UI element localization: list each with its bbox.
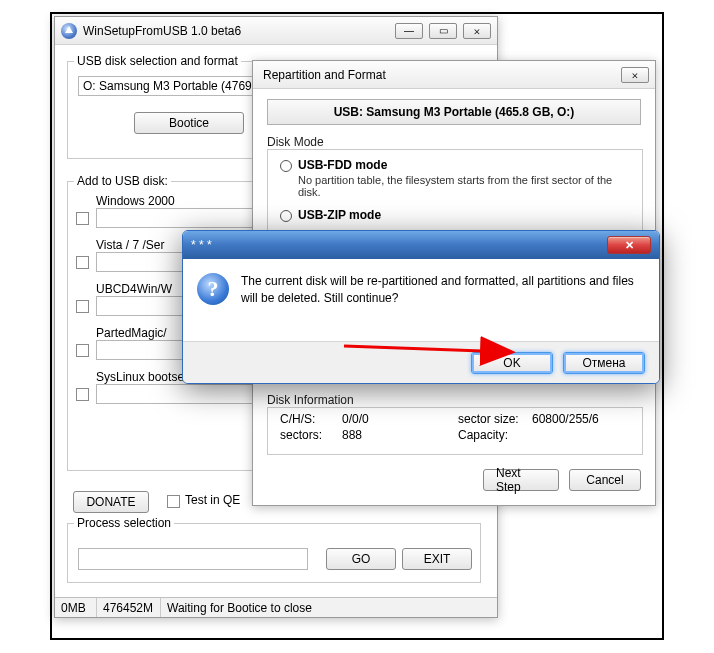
radio-usb-fdd[interactable] [280, 160, 292, 172]
modal-close-button[interactable]: ✕ [607, 236, 651, 254]
checkbox-item-1[interactable] [76, 256, 89, 269]
repart-cancel-button[interactable]: Cancel [569, 469, 641, 491]
path-item-4[interactable] [96, 384, 256, 404]
confirm-dialog: * * * ✕ ? The current disk will be re-pa… [182, 230, 660, 384]
capacity-label: Capacity: [458, 428, 508, 442]
disk-info-group: C/H/S: 0/0/0 sectors: 888 sector size: 6… [267, 407, 643, 455]
checkbox-item-2[interactable] [76, 300, 89, 313]
minimize-button[interactable]: — [395, 23, 423, 39]
close-button[interactable]: ⨉ [463, 23, 491, 39]
status-cell-3: Waiting for Bootice to close [161, 598, 497, 617]
test-checkbox[interactable] [167, 495, 180, 508]
process-label: Process selection [74, 516, 174, 530]
process-progress [78, 548, 308, 570]
add-label: Add to USB disk: [74, 174, 171, 188]
usb-select-dropdown[interactable]: O: Samsung M3 Portable (476930 [78, 76, 268, 96]
status-cell-2: 476452M [97, 598, 161, 617]
list-item: UBCD4Win/W [96, 282, 172, 296]
test-label: Test in QE [185, 493, 240, 507]
checkbox-item-0[interactable] [76, 212, 89, 225]
process-group: Process selection GO EXIT [67, 523, 481, 583]
modal-titlebar[interactable]: * * * ✕ [183, 231, 659, 259]
modal-text: The current disk will be re-partitioned … [241, 273, 645, 307]
bootice-button[interactable]: Bootice [134, 112, 244, 134]
modal-title: * * * [191, 238, 607, 252]
sectors-value: 888 [342, 428, 362, 442]
usb-selected-value: O: Samsung M3 Portable (476930 [83, 79, 265, 93]
main-title: WinSetupFromUSB 1.0 beta6 [83, 24, 395, 38]
disk-mode-label: Disk Mode [267, 135, 324, 149]
list-item: Vista / 7 /Ser [96, 238, 164, 252]
status-bar: 0MB 476452M Waiting for Bootice to close [55, 597, 497, 617]
list-item: Windows 2000 [96, 194, 175, 208]
repart-close-button[interactable]: ⨉ [621, 67, 649, 83]
modal-ok-button[interactable]: OK [471, 352, 553, 374]
checkbox-item-3[interactable] [76, 344, 89, 357]
chs-value: 0/0/0 [342, 412, 369, 426]
app-icon [61, 23, 77, 39]
next-step-button[interactable]: Next Step [483, 469, 559, 491]
disk-info-label: Disk Information [267, 393, 354, 407]
sectors-label: sectors: [280, 428, 322, 442]
go-button[interactable]: GO [326, 548, 396, 570]
status-cell-1: 0MB [55, 598, 97, 617]
secsize-value: 60800/255/6 [532, 412, 599, 426]
question-icon: ? [197, 273, 229, 305]
checkbox-item-4[interactable] [76, 388, 89, 401]
radio-usb-zip[interactable] [280, 210, 292, 222]
repart-titlebar[interactable]: Repartition and Format ⨉ [253, 61, 655, 89]
donate-button[interactable]: DONATE [73, 491, 149, 513]
main-titlebar[interactable]: WinSetupFromUSB 1.0 beta6 — ▭ ⨉ [55, 17, 497, 45]
path-item-0[interactable] [96, 208, 256, 228]
usb-select-label: USB disk selection and format [74, 54, 241, 68]
maximize-button[interactable]: ▭ [429, 23, 457, 39]
secsize-label: sector size: [458, 412, 519, 426]
mode1-title: USB-FDD mode [298, 158, 387, 172]
mode1-desc: No partition table, the filesystem start… [298, 174, 628, 198]
mode2-title: USB-ZIP mode [298, 208, 381, 222]
repart-title: Repartition and Format [259, 68, 621, 82]
exit-button[interactable]: EXIT [402, 548, 472, 570]
modal-cancel-button[interactable]: Отмена [563, 352, 645, 374]
list-item: PartedMagic/ [96, 326, 167, 340]
chs-label: C/H/S: [280, 412, 315, 426]
usb-banner: USB: Samsung M3 Portable (465.8 GB, O:) [267, 99, 641, 125]
